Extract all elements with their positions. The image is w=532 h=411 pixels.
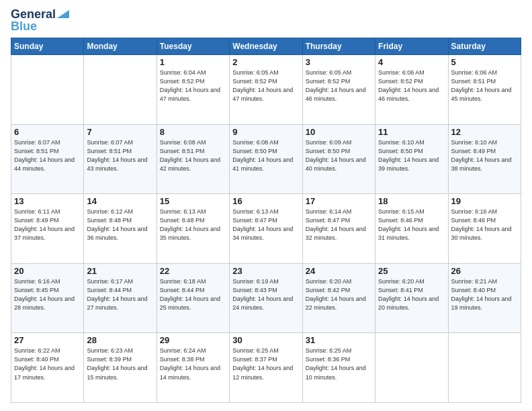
logo: GeneralBlue	[11, 8, 69, 32]
day-info: Sunrise: 6:11 AM Sunset: 8:49 PM Dayligh…	[14, 208, 81, 242]
calendar-cell: 16Sunrise: 6:13 AM Sunset: 8:47 PM Dayli…	[230, 194, 302, 264]
calendar-cell: 24Sunrise: 6:20 AM Sunset: 8:42 PM Dayli…	[302, 263, 375, 333]
calendar-cell: 1Sunrise: 6:04 AM Sunset: 8:52 PM Daylig…	[157, 55, 229, 125]
calendar-cell: 18Sunrise: 6:15 AM Sunset: 8:46 PM Dayli…	[375, 194, 448, 264]
day-number: 3	[306, 57, 372, 67]
calendar-header-monday: Monday	[84, 38, 157, 55]
day-info: Sunrise: 6:22 AM Sunset: 8:40 PM Dayligh…	[14, 347, 81, 381]
day-info: Sunrise: 6:19 AM Sunset: 8:43 PM Dayligh…	[232, 277, 299, 312]
logo-text: GeneralBlue	[11, 8, 56, 32]
day-info: Sunrise: 6:25 AM Sunset: 8:37 PM Dayligh…	[232, 347, 299, 381]
calendar-cell: 10Sunrise: 6:09 AM Sunset: 8:50 PM Dayli…	[302, 124, 375, 194]
day-info: Sunrise: 6:13 AM Sunset: 8:48 PM Dayligh…	[160, 208, 226, 242]
calendar-cell: 30Sunrise: 6:25 AM Sunset: 8:37 PM Dayli…	[230, 333, 302, 403]
day-info: Sunrise: 6:17 AM Sunset: 8:44 PM Dayligh…	[87, 277, 153, 312]
day-info: Sunrise: 6:25 AM Sunset: 8:36 PM Dayligh…	[306, 347, 372, 381]
day-info: Sunrise: 6:18 AM Sunset: 8:44 PM Dayligh…	[160, 277, 226, 312]
day-info: Sunrise: 6:09 AM Sunset: 8:50 PM Dayligh…	[306, 138, 372, 173]
calendar-cell: 25Sunrise: 6:20 AM Sunset: 8:41 PM Dayli…	[375, 263, 448, 333]
day-number: 20	[14, 266, 81, 276]
day-number: 19	[451, 196, 518, 206]
day-number: 2	[232, 57, 299, 67]
calendar-cell: 15Sunrise: 6:13 AM Sunset: 8:48 PM Dayli…	[157, 194, 229, 264]
calendar-week-row: 13Sunrise: 6:11 AM Sunset: 8:49 PM Dayli…	[11, 194, 521, 264]
day-number: 9	[232, 127, 299, 137]
day-number: 15	[160, 196, 226, 206]
day-info: Sunrise: 6:16 AM Sunset: 8:45 PM Dayligh…	[14, 277, 81, 312]
calendar-header-row: SundayMondayTuesdayWednesdayThursdayFrid…	[11, 38, 521, 55]
day-number: 22	[160, 266, 226, 276]
day-number: 24	[306, 266, 372, 276]
day-info: Sunrise: 6:13 AM Sunset: 8:47 PM Dayligh…	[232, 208, 299, 242]
day-info: Sunrise: 6:07 AM Sunset: 8:51 PM Dayligh…	[87, 138, 153, 173]
day-number: 26	[451, 266, 518, 276]
day-info: Sunrise: 6:14 AM Sunset: 8:47 PM Dayligh…	[306, 208, 372, 242]
day-number: 8	[160, 127, 226, 137]
calendar-cell: 5Sunrise: 6:06 AM Sunset: 8:51 PM Daylig…	[448, 55, 521, 125]
calendar-cell: 2Sunrise: 6:05 AM Sunset: 8:52 PM Daylig…	[230, 55, 302, 125]
calendar-week-row: 27Sunrise: 6:22 AM Sunset: 8:40 PM Dayli…	[11, 333, 521, 403]
calendar-header-friday: Friday	[375, 38, 448, 55]
logo-icon	[57, 10, 69, 18]
calendar-cell: 7Sunrise: 6:07 AM Sunset: 8:51 PM Daylig…	[84, 124, 157, 194]
calendar-header-wednesday: Wednesday	[230, 38, 302, 55]
day-number: 12	[451, 127, 518, 137]
calendar-header-sunday: Sunday	[11, 38, 84, 55]
day-info: Sunrise: 6:08 AM Sunset: 8:50 PM Dayligh…	[232, 138, 299, 173]
day-number: 31	[306, 335, 372, 345]
page: GeneralBlue SundayMondayTuesdayWednesday…	[0, 0, 532, 411]
calendar-cell: 19Sunrise: 6:16 AM Sunset: 8:46 PM Dayli…	[448, 194, 521, 264]
svg-marker-0	[57, 10, 69, 18]
logo-blue: Blue	[11, 19, 37, 33]
day-info: Sunrise: 6:20 AM Sunset: 8:42 PM Dayligh…	[306, 277, 372, 312]
calendar-week-row: 1Sunrise: 6:04 AM Sunset: 8:52 PM Daylig…	[11, 55, 521, 125]
day-number: 10	[306, 127, 372, 137]
day-number: 25	[378, 266, 445, 276]
day-info: Sunrise: 6:05 AM Sunset: 8:52 PM Dayligh…	[306, 68, 372, 103]
day-number: 16	[232, 196, 299, 206]
header: GeneralBlue	[11, 8, 521, 32]
calendar-cell: 14Sunrise: 6:12 AM Sunset: 8:48 PM Dayli…	[84, 194, 157, 264]
calendar-cell: 23Sunrise: 6:19 AM Sunset: 8:43 PM Dayli…	[230, 263, 302, 333]
calendar-cell: 4Sunrise: 6:06 AM Sunset: 8:52 PM Daylig…	[375, 55, 448, 125]
day-info: Sunrise: 6:07 AM Sunset: 8:51 PM Dayligh…	[14, 138, 81, 173]
calendar-cell: 11Sunrise: 6:10 AM Sunset: 8:50 PM Dayli…	[375, 124, 448, 194]
day-info: Sunrise: 6:06 AM Sunset: 8:52 PM Dayligh…	[378, 68, 445, 103]
calendar-cell: 21Sunrise: 6:17 AM Sunset: 8:44 PM Dayli…	[84, 263, 157, 333]
calendar-cell: 31Sunrise: 6:25 AM Sunset: 8:36 PM Dayli…	[302, 333, 375, 403]
day-number: 30	[232, 335, 299, 345]
day-info: Sunrise: 6:10 AM Sunset: 8:49 PM Dayligh…	[451, 138, 518, 173]
calendar-cell: 20Sunrise: 6:16 AM Sunset: 8:45 PM Dayli…	[11, 263, 84, 333]
calendar-cell	[84, 55, 157, 125]
calendar-cell: 22Sunrise: 6:18 AM Sunset: 8:44 PM Dayli…	[157, 263, 229, 333]
calendar-cell: 28Sunrise: 6:23 AM Sunset: 8:39 PM Dayli…	[84, 333, 157, 403]
day-number: 21	[87, 266, 153, 276]
day-info: Sunrise: 6:05 AM Sunset: 8:52 PM Dayligh…	[232, 68, 299, 103]
day-info: Sunrise: 6:04 AM Sunset: 8:52 PM Dayligh…	[160, 68, 226, 103]
calendar-cell: 29Sunrise: 6:24 AM Sunset: 8:38 PM Dayli…	[157, 333, 229, 403]
day-number: 28	[87, 335, 153, 345]
calendar-cell: 8Sunrise: 6:08 AM Sunset: 8:51 PM Daylig…	[157, 124, 229, 194]
calendar-header-saturday: Saturday	[448, 38, 521, 55]
calendar-cell: 26Sunrise: 6:21 AM Sunset: 8:40 PM Dayli…	[448, 263, 521, 333]
day-number: 6	[14, 127, 81, 137]
day-info: Sunrise: 6:15 AM Sunset: 8:46 PM Dayligh…	[378, 208, 445, 242]
calendar-table: SundayMondayTuesdayWednesdayThursdayFrid…	[11, 38, 521, 403]
day-number: 29	[160, 335, 226, 345]
day-info: Sunrise: 6:24 AM Sunset: 8:38 PM Dayligh…	[160, 347, 226, 381]
calendar-cell	[448, 333, 521, 403]
day-number: 13	[14, 196, 81, 206]
day-number: 23	[232, 266, 299, 276]
calendar-cell: 9Sunrise: 6:08 AM Sunset: 8:50 PM Daylig…	[230, 124, 302, 194]
calendar-cell: 12Sunrise: 6:10 AM Sunset: 8:49 PM Dayli…	[448, 124, 521, 194]
day-info: Sunrise: 6:20 AM Sunset: 8:41 PM Dayligh…	[378, 277, 445, 312]
calendar-cell: 17Sunrise: 6:14 AM Sunset: 8:47 PM Dayli…	[302, 194, 375, 264]
calendar-week-row: 6Sunrise: 6:07 AM Sunset: 8:51 PM Daylig…	[11, 124, 521, 194]
day-info: Sunrise: 6:23 AM Sunset: 8:39 PM Dayligh…	[87, 347, 153, 381]
day-number: 4	[378, 57, 445, 67]
day-number: 5	[451, 57, 518, 67]
calendar-cell: 27Sunrise: 6:22 AM Sunset: 8:40 PM Dayli…	[11, 333, 84, 403]
day-number: 7	[87, 127, 153, 137]
day-info: Sunrise: 6:12 AM Sunset: 8:48 PM Dayligh…	[87, 208, 153, 242]
calendar-cell	[375, 333, 448, 403]
